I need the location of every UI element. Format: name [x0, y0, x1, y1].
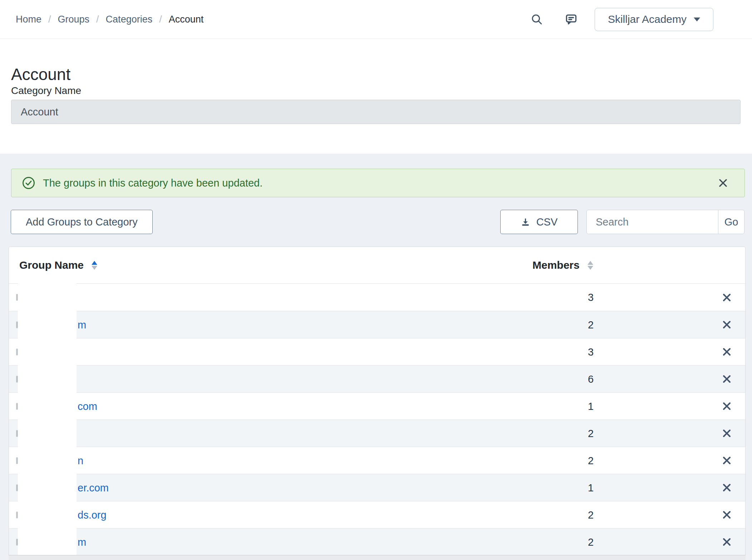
page-title: Account [11, 65, 70, 84]
breadcrumb-separator: / [96, 14, 99, 25]
table-row: er.com 1 [9, 474, 745, 501]
table-row: 3 [9, 338, 745, 365]
breadcrumb: Home/Groups/Categories/Account [16, 0, 203, 39]
remove-group-button[interactable] [718, 480, 735, 496]
members-count: 3 [573, 346, 609, 358]
breadcrumb-item-categories[interactable]: Categories [106, 14, 153, 25]
sort-icon-members [588, 261, 593, 270]
top-actions: Skilljar Academy [529, 0, 713, 39]
account-menu-label: Skilljar Academy [608, 13, 687, 25]
redaction-overlay [18, 338, 77, 366]
column-header-members[interactable]: Members [532, 259, 593, 271]
breadcrumb-item-groups[interactable]: Groups [58, 14, 90, 25]
redaction-overlay [18, 365, 77, 393]
members-count: 1 [573, 482, 609, 494]
redaction-overlay [18, 528, 77, 556]
success-alert: The groups in this category have been up… [11, 169, 745, 197]
comment-icon[interactable] [563, 11, 579, 27]
breadcrumb-separator: / [159, 14, 162, 25]
table-row: ds.org 2 [9, 501, 745, 528]
redaction-overlay [18, 311, 77, 338]
breadcrumb-item-home[interactable]: Home [16, 14, 41, 25]
add-groups-to-category-button[interactable]: Add Groups to Category [11, 210, 153, 234]
remove-group-button[interactable] [718, 425, 735, 442]
table-search-group: Go [586, 210, 744, 234]
table-row: 6 [9, 365, 745, 392]
table-row: m 2 [9, 528, 745, 555]
remove-group-button[interactable] [718, 344, 735, 360]
group-name-column-label: Group Name [19, 259, 84, 271]
members-count: 6 [573, 373, 609, 385]
remove-group-button[interactable] [718, 452, 735, 469]
redaction-overlay [18, 474, 77, 501]
go-button[interactable]: Go [718, 210, 744, 234]
members-count: 1 [573, 400, 609, 412]
table-header-row: Group Name Members [9, 247, 745, 284]
members-count: 2 [573, 319, 609, 331]
close-icon[interactable] [716, 176, 730, 190]
remove-group-button[interactable] [718, 371, 735, 387]
group-name-link[interactable]: ds.org [78, 509, 107, 521]
remove-group-button[interactable] [718, 534, 735, 550]
group-name-link[interactable]: m [78, 319, 86, 331]
table-row: 2 [9, 420, 745, 447]
groups-table: Group Name Members 3 m 2 [9, 247, 746, 560]
members-count: 3 [573, 292, 609, 303]
table-row: com 1 [9, 392, 745, 420]
sort-icon-group-name [92, 261, 97, 270]
group-name-link[interactable]: n [78, 455, 83, 466]
csv-export-button[interactable]: CSV [500, 210, 578, 234]
horizontal-scrollbar[interactable] [9, 555, 746, 560]
remove-group-button[interactable] [718, 398, 735, 415]
breadcrumb-item-account: Account [169, 14, 204, 25]
search-icon[interactable] [529, 11, 545, 27]
group-name-link[interactable]: com [78, 400, 97, 412]
top-bar: Home/Groups/Categories/Account Skilljar … [0, 0, 752, 39]
redaction-overlay [18, 447, 77, 474]
members-count: 2 [573, 455, 609, 466]
members-count: 2 [573, 509, 609, 521]
group-name-link[interactable]: m [78, 536, 86, 548]
remove-group-button[interactable] [718, 317, 735, 333]
category-name-input[interactable] [11, 100, 741, 124]
members-count: 2 [573, 427, 609, 439]
search-input[interactable] [587, 210, 718, 234]
table-row: m 2 [9, 311, 745, 338]
category-name-label: Category Name [11, 85, 81, 96]
redaction-overlay [18, 283, 77, 311]
go-label: Go [724, 216, 738, 228]
table-row: n 2 [9, 447, 745, 474]
table-body: 3 m 2 3 6 [9, 284, 745, 555]
chevron-down-icon [694, 18, 700, 21]
download-icon [521, 217, 530, 227]
members-column-label: Members [532, 259, 580, 271]
redaction-overlay [18, 392, 77, 420]
breadcrumb-separator: / [48, 14, 51, 25]
redaction-overlay [18, 501, 77, 529]
check-circle-icon [22, 176, 35, 190]
remove-group-button[interactable] [718, 289, 735, 306]
members-count: 2 [573, 536, 609, 548]
alert-message: The groups in this category have been up… [43, 177, 262, 189]
remove-group-button[interactable] [718, 507, 735, 523]
column-header-group-name[interactable]: Group Name [19, 259, 97, 271]
add-groups-label: Add Groups to Category [26, 216, 138, 228]
group-name-link[interactable]: er.com [78, 482, 109, 494]
account-menu-button[interactable]: Skilljar Academy [595, 8, 713, 31]
table-row: 3 [9, 284, 745, 311]
csv-label: CSV [536, 216, 558, 228]
redaction-overlay [18, 420, 77, 447]
